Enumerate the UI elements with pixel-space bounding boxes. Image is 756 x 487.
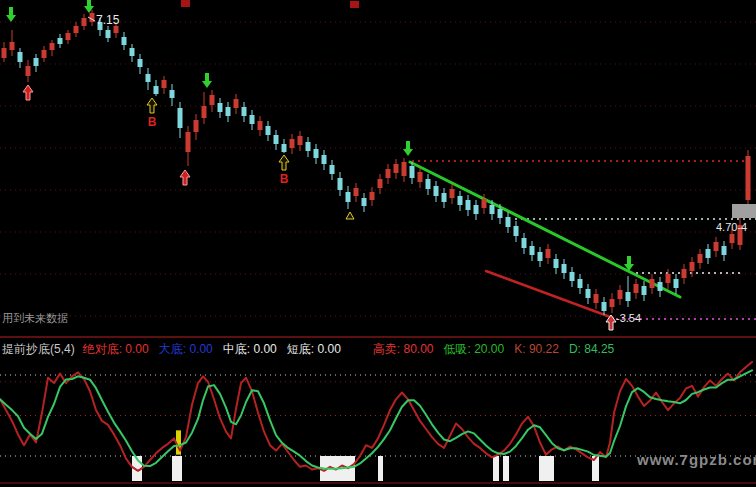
indicator-field: 高卖: 80.00 xyxy=(373,342,434,356)
right-price-label: 4.70-4 xyxy=(716,221,747,233)
buy-arrow-markers xyxy=(23,85,190,185)
svg-text:B: B xyxy=(280,172,289,186)
osc-gridlines xyxy=(0,375,756,456)
main-price-chart[interactable]: BB7.15-3.544.70-4 xyxy=(0,0,756,338)
low-value-label: -3.54 xyxy=(616,312,641,324)
indicator-field: 短底: 0.00 xyxy=(287,342,341,356)
candlesticks xyxy=(2,10,751,315)
indicator-field: K: 90.22 xyxy=(514,342,559,356)
indicator-bar: 提前抄底(5,4) 绝对底: 0.00大底: 0.00中底: 0.00短底: 0… xyxy=(0,338,756,360)
stock-chart-window: { "indicator_bar": { "name": "提前抄底(5,4)"… xyxy=(0,0,756,487)
peak-price-label: 7.15 xyxy=(96,13,120,27)
indicator-name: 提前抄底(5,4) xyxy=(2,341,75,358)
current-price-box xyxy=(732,204,756,218)
svg-text:B: B xyxy=(148,115,157,129)
indicator-field: 中底: 0.00 xyxy=(223,342,277,356)
watermark: www.7gpzb.com xyxy=(637,451,756,468)
indicator-field: 绝对底: 0.00 xyxy=(83,342,149,356)
reference-dashed-lines xyxy=(412,161,756,319)
indicator-field: 低吸: 20.00 xyxy=(444,342,505,356)
top-marks xyxy=(181,0,359,8)
gridlines xyxy=(0,22,756,316)
sell-arrow-markers xyxy=(6,0,634,271)
indicator-field: D: 84.25 xyxy=(569,342,614,356)
yellow-triangle-marker xyxy=(346,212,354,219)
indicator-field: 大底: 0.00 xyxy=(159,342,213,356)
indicator-fields: 绝对底: 0.00大底: 0.00中底: 0.00短底: 0.00高卖: 80.… xyxy=(83,341,625,358)
trendlines[interactable] xyxy=(410,162,680,318)
future-data-warning: 用到未来数据 xyxy=(2,311,68,326)
